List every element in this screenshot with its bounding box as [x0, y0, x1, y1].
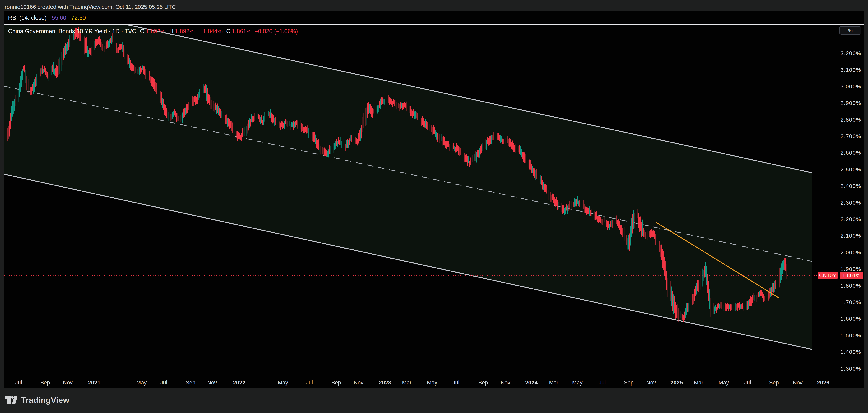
x-axis-month-label: May — [278, 379, 288, 387]
chart-shell: RSI (14, close)55.6072.60 China Governme… — [4, 11, 864, 388]
x-axis-year-label: 2024 — [525, 379, 538, 387]
y-axis-label: 2.500% — [838, 166, 864, 173]
y-axis-label: 2.100% — [838, 232, 864, 239]
tradingview-published-chart: ronnie10166 created with TradingView.com… — [0, 0, 868, 413]
rsi-indicator-label: RSI (14, close) — [8, 14, 46, 21]
x-axis-month-label: Nov — [501, 379, 510, 387]
y-axis-label: 2.300% — [838, 199, 864, 206]
y-axis-label: 1.400% — [838, 348, 864, 356]
y-axis-label: 2.200% — [838, 215, 864, 223]
x-axis-year-label: 2026 — [817, 379, 830, 387]
x-axis-month-label: May — [719, 379, 729, 387]
y-axis-label: 2.900% — [838, 99, 864, 107]
y-axis-label: 1.600% — [838, 315, 864, 323]
tradingview-logo-icon — [5, 396, 18, 404]
y-axis-label: 3.200% — [838, 50, 864, 57]
x-axis-month-label: Jul — [160, 379, 167, 387]
tradingview-logo[interactable]: TradingView — [5, 395, 69, 405]
x-axis-month-label: Sep — [331, 379, 341, 387]
y-axis-label: 2.800% — [838, 116, 864, 123]
x-axis-month-label: Sep — [478, 379, 488, 387]
x-axis-month-label: May — [572, 379, 583, 387]
x-axis-month-label: Nov — [646, 379, 656, 387]
x-axis-month-label: May — [427, 379, 437, 387]
price-pane-plot[interactable] — [4, 25, 838, 377]
y-axis-label: 2.700% — [838, 132, 864, 140]
x-axis-month-label: Mar — [694, 379, 703, 387]
x-axis-month-label: Nov — [354, 379, 364, 387]
time-axis-scale[interactable]: JulSepNov2021MayJulSepNov2022MayJulSepNo… — [4, 377, 842, 388]
last-price-value-tag: 1.861% — [840, 272, 863, 279]
pane-separator[interactable] — [4, 24, 864, 25]
y-axis-label: 1.500% — [838, 332, 864, 339]
x-axis-year-label: 2023 — [379, 379, 392, 387]
x-axis-month-label: Jul — [599, 379, 606, 387]
x-axis-month-label: Nov — [63, 379, 73, 387]
x-axis-month-label: Jul — [306, 379, 313, 387]
x-axis-month-label: May — [136, 379, 147, 387]
y-axis-label: 2.000% — [838, 249, 864, 256]
x-axis-year-label: 2021 — [88, 379, 100, 387]
x-axis-month-label: Sep — [186, 379, 195, 387]
y-axis-label: 1.800% — [838, 282, 864, 290]
y-axis-label: 2.600% — [838, 149, 864, 156]
y-axis-label: 3.000% — [838, 83, 864, 90]
x-axis-month-label: Jul — [744, 379, 751, 387]
x-axis-month-label: Mar — [549, 379, 558, 387]
x-axis-month-label: Nov — [207, 379, 217, 387]
rsi-value: 55.60 — [52, 14, 66, 21]
x-axis-month-label: Sep — [769, 379, 779, 387]
y-axis-label: 2.400% — [838, 182, 864, 190]
x-axis-month-label: Sep — [624, 379, 633, 387]
tradingview-logo-text: TradingView — [21, 395, 69, 405]
rsi-ma-value: 72.60 — [71, 14, 86, 21]
y-axis-label: 1.700% — [838, 298, 864, 306]
price-axis-scale[interactable]: 3.200%3.100%3.000%2.900%2.800%2.700%2.60… — [838, 25, 864, 377]
x-axis-year-label: 2025 — [671, 379, 683, 387]
x-axis-month-label: Jul — [453, 379, 459, 387]
attribution-text: ronnie10166 created with TradingView.com… — [5, 3, 176, 11]
price-axis-unit-button[interactable]: % — [839, 26, 862, 34]
x-axis-month-label: Nov — [793, 379, 803, 387]
x-axis-month-label: Jul — [15, 379, 22, 387]
y-axis-label: 1.300% — [838, 365, 864, 373]
x-axis-month-label: Sep — [40, 379, 50, 387]
x-axis-year-label: 2022 — [233, 379, 246, 387]
last-price-symbol-tag: CN10Y — [818, 272, 838, 279]
y-axis-label: 3.100% — [838, 66, 864, 73]
x-axis-month-label: Mar — [402, 379, 411, 387]
